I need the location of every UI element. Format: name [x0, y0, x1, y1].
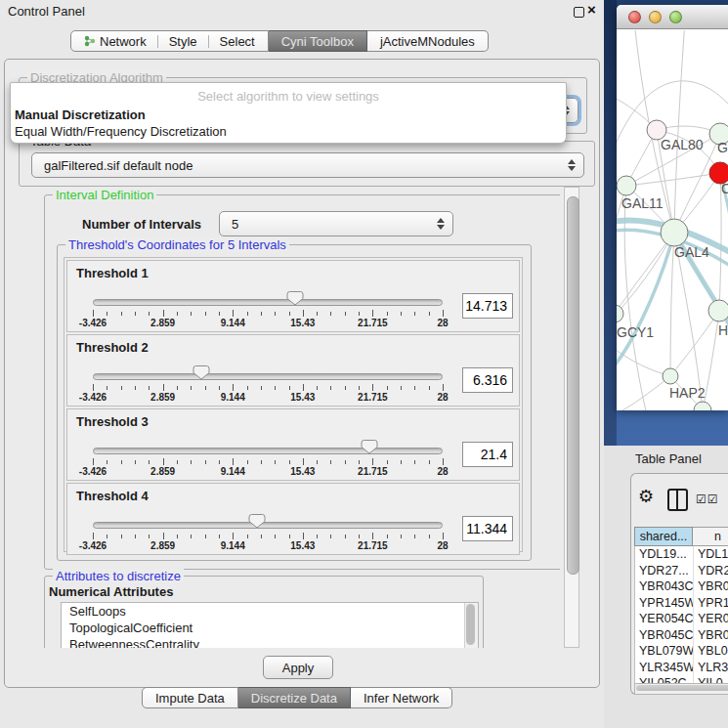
threshold-panel: Threshold 1-3.4262.8599.14415.4321.71528 — [66, 260, 520, 332]
column-header-shared-name[interactable]: shared... — [634, 527, 693, 546]
zoom-traffic-light-icon[interactable] — [669, 11, 682, 23]
tab-network[interactable]: Network — [73, 31, 157, 51]
network-node[interactable] — [694, 402, 711, 410]
table-data-value: galFiltered.sif default node — [38, 158, 568, 173]
threshold-list: Threshold 1-3.4262.8599.14415.4321.71528… — [64, 257, 523, 552]
node-label: GAL11 — [621, 195, 664, 211]
top-tab-bar: NetworkStyleSelectCyni ToolboxjActiveMNo… — [70, 30, 489, 52]
table-row[interactable]: YBR043CYBR0 — [635, 578, 728, 595]
column-checkboxes-icon[interactable]: ☑☑ — [696, 492, 719, 506]
node-label: GAL80 — [661, 137, 704, 152]
dropdown-option[interactable]: Equal Width/Frequency Discretization — [11, 123, 566, 140]
threshold-value-input[interactable] — [462, 516, 513, 541]
attributes-group-label: Attributes to discretize — [53, 569, 184, 583]
network-window-titlebar — [617, 5, 728, 29]
num-intervals-value: 5 — [226, 217, 437, 232]
table-data-group: Table Data galFiltered.sif default node — [19, 141, 595, 187]
table-row[interactable]: YDR27...YDR2 — [635, 563, 728, 579]
close-traffic-light-icon[interactable] — [628, 11, 641, 23]
attribute-list-item[interactable]: SelfLoops — [62, 603, 478, 620]
numerical-attributes-label: Numerical Attributes — [49, 584, 173, 599]
threshold-slider-thumb[interactable] — [248, 513, 266, 529]
column-header-name[interactable]: n — [693, 527, 728, 546]
table-row[interactable]: YIL052CYIL0 — [635, 675, 728, 683]
node-label: GA — [717, 140, 728, 155]
close-icon[interactable]: × — [587, 1, 596, 18]
tab-jactivemnodules[interactable]: jActiveMNodules — [367, 30, 489, 52]
threshold-panel: Threshold 4-3.4262.8599.14415.4321.71528 — [66, 483, 520, 555]
network-node[interactable] — [663, 368, 678, 384]
table-row[interactable]: YBR045CYBR0 — [635, 627, 728, 644]
node-label: HAP2 — [669, 385, 706, 401]
network-node[interactable] — [617, 176, 636, 195]
threshold-slider-thumb[interactable] — [361, 439, 378, 454]
network-node[interactable] — [708, 300, 728, 321]
network-icon — [84, 34, 96, 48]
thresholds-group: Threshold's Coordinates for 5 Intervals … — [57, 244, 532, 561]
num-intervals-combobox[interactable]: 5 — [219, 211, 453, 236]
settings-scroll-area: Interval Definition Number of Intervals … — [13, 187, 560, 648]
control-panel: Control Panel × NetworkStyleSelectCyni T… — [0, 0, 604, 728]
panel-title: Control Panel — [8, 4, 85, 19]
dropdown-placeholder: Select algorithm to view settings — [11, 83, 566, 107]
minimize-traffic-light-icon[interactable] — [649, 11, 662, 23]
attributes-list[interactable]: SelfLoopsTopologicalCoefficientBetweenne… — [61, 602, 479, 648]
table-panel-title: Table Panel — [635, 451, 702, 466]
threshold-panel: Threshold 2-3.4262.8599.14415.4321.71528 — [66, 334, 520, 407]
table-header: shared... n — [634, 527, 728, 546]
dropdown-option[interactable]: Manual Discretization — [11, 107, 566, 123]
threshold-label: Threshold 3 — [76, 414, 149, 429]
gear-icon[interactable]: ⚙ — [638, 486, 654, 507]
threshold-label: Threshold 2 — [76, 340, 149, 355]
table-data-combobox[interactable]: galFiltered.sif default node — [31, 152, 584, 178]
tab-select[interactable]: Select — [209, 31, 266, 51]
attribute-list-item[interactable]: TopologicalCoefficient — [62, 620, 478, 636]
combo-arrows-icon — [437, 218, 445, 230]
threshold-slider-thumb[interactable] — [286, 290, 304, 306]
attribute-list-item[interactable]: BetweennessCentrality — [62, 636, 478, 648]
threshold-value-input[interactable] — [462, 367, 513, 393]
num-intervals-label: Number of Intervals — [82, 217, 201, 232]
network-view-window: GAL80GACGAL11GAL4GCY1HHAP2 — [617, 5, 728, 410]
node-label: GCY1 — [617, 324, 654, 340]
interval-definition-group: Interval Definition Number of Intervals … — [44, 194, 560, 570]
network-canvas[interactable]: GAL80GACGAL11GAL4GCY1HHAP2 — [617, 30, 728, 410]
node-label: C — [721, 181, 728, 196]
threshold-slider-track[interactable] — [93, 373, 443, 380]
network-graph: GAL80GACGAL11GAL4GCY1HHAP2 — [617, 30, 728, 410]
tab-cyni-toolbox[interactable]: Cyni Toolbox — [269, 30, 367, 52]
attributes-group: Attributes to discretize Numerical Attri… — [44, 576, 484, 648]
horizontal-scrollbar[interactable] — [634, 683, 728, 695]
tab-impute-data[interactable]: Impute Data — [142, 687, 238, 708]
threshold-slider-track[interactable] — [93, 448, 443, 454]
table-row[interactable]: YER054CYER0 — [635, 611, 728, 627]
thresholds-group-label: Threshold's Coordinates for 5 Intervals — [65, 237, 289, 252]
threshold-slider-track[interactable] — [93, 299, 443, 306]
desktop-background: GAL80GACGAL11GAL4GCY1HHAP2 — [604, 0, 728, 446]
threshold-label: Threshold 4 — [76, 489, 149, 503]
network-node[interactable] — [661, 219, 688, 246]
tab-infer-network[interactable]: Infer Network — [351, 687, 452, 708]
tab-group-network-style-select: NetworkStyleSelect — [70, 30, 269, 52]
threshold-slider-thumb[interactable] — [193, 364, 210, 380]
tab-style[interactable]: Style — [158, 31, 208, 51]
algorithm-dropdown-popup: Select algorithm to view settingsManual … — [10, 82, 567, 144]
table-row[interactable]: YPR145WYPR1 — [635, 595, 728, 612]
threshold-value-input[interactable] — [462, 293, 513, 319]
threshold-slider-track[interactable] — [93, 522, 443, 529]
settings-scrollbar[interactable] — [564, 187, 579, 648]
table-row[interactable]: YBL079WYBL0 — [635, 643, 728, 660]
float-window-icon[interactable] — [574, 7, 584, 18]
combo-arrows-icon — [568, 159, 576, 171]
tab-discretize-data[interactable]: Discretize Data — [238, 687, 351, 708]
node-label: GAL4 — [674, 244, 709, 260]
apply-button[interactable]: Apply — [263, 656, 333, 679]
table-row[interactable]: YDL19...YDL1 — [635, 546, 728, 563]
split-columns-icon[interactable] — [667, 489, 688, 511]
threshold-panel: Threshold 3-3.4262.8599.14415.4321.71528 — [66, 408, 520, 481]
node-label: H — [718, 322, 728, 338]
threshold-value-input[interactable] — [462, 442, 513, 467]
table-row[interactable]: YLR345WYLR3 — [635, 660, 728, 676]
table-panel-body: ⚙ ☑☑ shared... n YDL19...YDL1YDR27...YDR… — [630, 473, 728, 695]
attributes-list-scrollbar[interactable] — [464, 603, 478, 648]
